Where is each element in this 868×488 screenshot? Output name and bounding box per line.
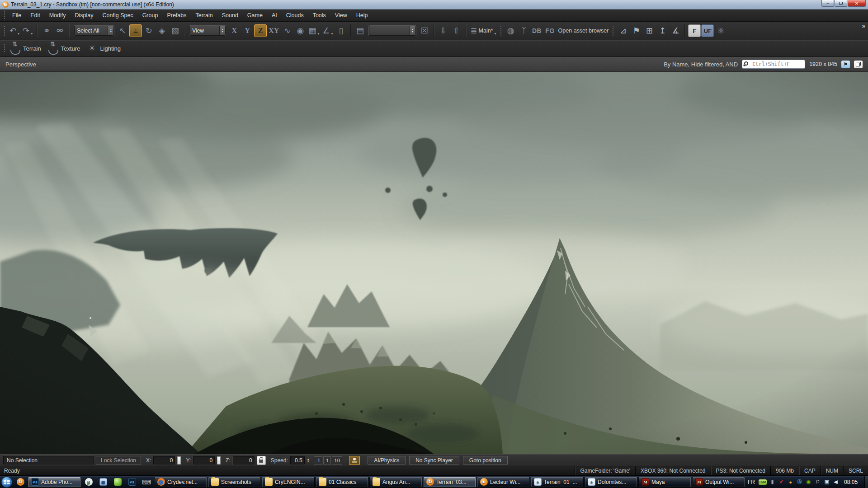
y-input[interactable] [193,456,215,465]
character-physics-button[interactable] [349,456,360,465]
menu-item[interactable]: Modify [45,9,71,21]
selection-field[interactable]: No Selection [3,456,94,465]
menu-item[interactable]: Game [243,9,267,21]
spinner-icon[interactable]: ▲▼ [108,26,113,35]
taskbar-window-button[interactable] [125,477,139,488]
coord-system-select[interactable]: View▲▼ [189,26,226,36]
unlink-button[interactable]: ⚮ [53,24,66,37]
speed-preset-button[interactable]: 10 [332,456,342,465]
save-level-button[interactable]: ⇩ [437,24,450,37]
measure-angle-button[interactable]: ∡ [669,24,682,37]
dropdown-caret-icon[interactable]: ▾ [317,32,319,36]
menu-item[interactable]: AI [267,9,282,21]
measure-grid-button[interactable]: ⊞ [643,24,656,37]
search-input[interactable] [742,60,805,69]
close-button[interactable]: ✕ [848,0,866,7]
undo-button[interactable]: ↶▾ [8,24,21,37]
x-input[interactable] [153,456,175,465]
spinner-icon[interactable]: ▲▼ [410,26,415,35]
select-area-button[interactable]: ▧ [169,24,181,37]
axis-xy-button[interactable]: XY [267,24,280,37]
ruler-button[interactable]: ▯ [335,24,348,37]
speed-preset-button[interactable]: 1 [323,456,331,465]
clear-selection-button[interactable]: ☒ [418,24,431,37]
menu-item[interactable]: Help [352,9,373,21]
taskbar-window-button[interactable]: Dolomites... [585,477,637,488]
ai-physics-button[interactable]: AI/Physics [368,456,406,465]
no-sync-player-button[interactable]: No Sync Player [409,456,459,465]
menu-item[interactable]: Sound [217,9,243,21]
tray-icon[interactable]: ◀ [832,479,839,485]
menu-item[interactable]: Group [138,9,163,21]
spinner-icon[interactable]: ▲▼ [219,26,225,35]
toolbar-grip[interactable] [4,26,6,36]
taskbar-window-button[interactable]: Angus An... [369,477,422,488]
viewport-layout-button[interactable] [854,61,863,68]
viewport-flag-button[interactable]: ⚑ [841,61,850,68]
taskbar-window-button[interactable]: Terrain_03... [423,477,476,488]
taskbar-window-button[interactable] [140,477,153,488]
viewport-canvas[interactable] [0,72,868,454]
measure-flag-button[interactable]: ⚑ [630,24,642,37]
taskbar-window-button[interactable]: Adobe Pho... [28,477,81,488]
tray-icon[interactable]: ⓐ [796,479,803,485]
toolbar-grip[interactable] [4,10,6,20]
export-to-engine-button[interactable]: ⇧ [450,24,463,37]
taskbar-window-button[interactable] [82,477,95,488]
dropdown-caret-icon[interactable]: ▾ [495,32,496,36]
taskbar-window-button[interactable]: Output Wi... [692,477,745,488]
taskbar-window-button[interactable] [96,477,110,488]
rotate-button[interactable]: ↻ [142,24,155,37]
scale-button[interactable]: ◈ [156,24,168,37]
speed-input[interactable] [290,456,305,465]
dropdown-caret-icon[interactable]: ▾ [18,32,19,36]
goto-position-button[interactable]: Goto position [463,456,508,465]
speed-preset-button[interactable]: .1 [314,456,323,465]
axis-x-button[interactable]: X [228,24,241,37]
minimize-button[interactable]: – [821,0,834,7]
menu-item[interactable]: Edit [26,9,45,21]
taskbar-window-button[interactable]: Lecteur Wi... [477,477,530,488]
tray-icon[interactable]: ✔ [778,479,785,485]
named-selection-select[interactable]: ▲▼ [369,26,416,36]
measure-slope-button[interactable]: ⊿ [617,24,629,37]
language-indicator[interactable]: FR [748,479,755,485]
lock-selection-button[interactable]: Lock Selection [96,456,141,465]
move-button[interactable] [129,24,142,37]
menu-item[interactable]: Clouds [282,9,308,21]
axis-z-button[interactable]: Z [254,24,267,37]
open-asset-browser-button[interactable]: Open asset browser [557,24,610,37]
taskbar-window-button[interactable]: Screenshots [208,477,261,488]
coordinate-lock-button[interactable] [257,456,266,465]
viewport-mode-label[interactable]: Perspective [5,61,36,68]
x-drag-handle[interactable] [177,456,181,465]
taskbar-window-button[interactable]: Crydev.net... [154,477,207,488]
import-texture-button[interactable]: Texture [46,42,85,55]
look-at-camera-button[interactable]: ◉ [294,24,307,37]
import-terrain-button[interactable]: Terrain [8,42,46,55]
menu-item[interactable]: View [330,9,352,21]
taskbar-window-button[interactable]: Maya [638,477,691,488]
select-object-button[interactable]: ↖ [116,24,129,37]
taskbar-window-button[interactable]: Terrain_01_... [531,477,584,488]
y-drag-handle[interactable] [217,456,221,465]
taskbar-window-button[interactable] [14,477,27,488]
filter-settings-label[interactable]: By Name, Hide filtered, AND [664,61,738,68]
lighting-button[interactable]: Lighting [85,42,125,55]
character-editor-button[interactable]: ᛉ [518,24,530,37]
z-input[interactable] [233,456,255,465]
database-view-button[interactable]: DB [531,24,543,37]
speed-spinner[interactable]: ▲▼ [307,458,310,463]
show-desktop-button[interactable] [864,476,868,488]
toolbar-grip[interactable] [612,26,614,36]
tray-icon[interactable]: HUD [759,479,767,485]
start-button[interactable] [1,476,13,488]
menu-item[interactable]: File [8,9,26,21]
dropdown-caret-icon[interactable]: ▾ [31,32,33,36]
physics-tool-button[interactable]: ⚛ [714,24,727,37]
menu-item[interactable]: Terrain [191,9,217,21]
menu-item[interactable]: Config Spec [98,9,138,21]
unfreeze-button[interactable]: UF [701,24,714,37]
toolbar-overflow-icon[interactable]: » [862,23,865,29]
taskbar-window-button[interactable]: CryENGIN... [262,477,315,488]
